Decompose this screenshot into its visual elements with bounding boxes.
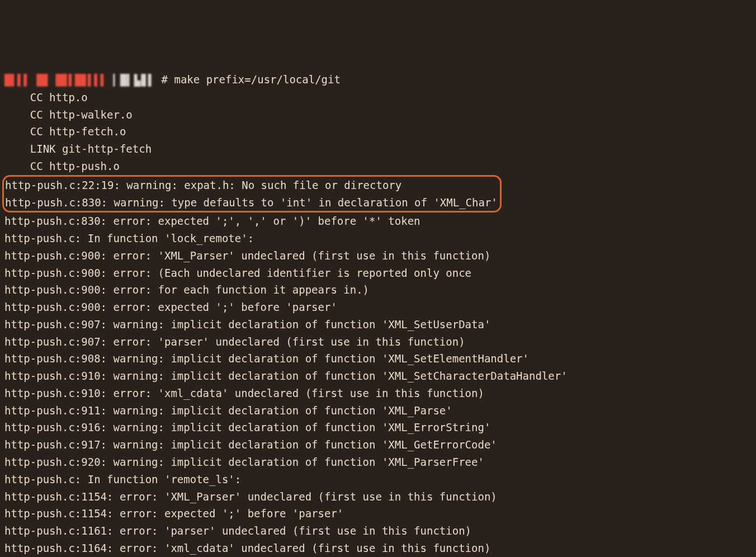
warning-highlight-box: http-push.c:22:19: warning: expat.h: No …	[2, 175, 502, 213]
compile-output: CC http.o CC http-walker.o CC http-fetch…	[4, 89, 752, 175]
error-output: http-push.c:830: error: expected ';', ',…	[4, 213, 752, 557]
prompt-user-blurred: █▌▌▌ █▊ █▊▌█▊▌▌▌	[4, 72, 107, 89]
command-text: make prefix=/usr/local/git	[174, 73, 340, 86]
prompt-host-blurred: ▎█▍▙▊▌	[113, 72, 155, 89]
prompt-line[interactable]: █▌▌▌ █▊ █▊▌█▊▌▌▌ ▎█▍▙▊▌ # make prefix=/u…	[4, 71, 752, 89]
boxed-output: http-push.c:22:19: warning: expat.h: No …	[5, 177, 498, 211]
prompt-char: #	[162, 73, 168, 86]
